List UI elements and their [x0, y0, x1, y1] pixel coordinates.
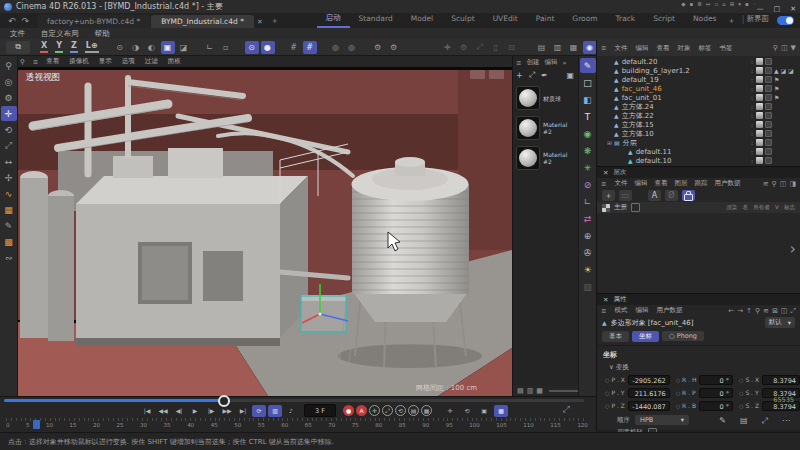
material-item[interactable]: 材质球 [516, 86, 578, 110]
timeline-scale-button[interactable]: ▣ [477, 405, 491, 417]
viewport-canvas[interactable]: 透视视图 网格间距 : 100 cm [18, 56, 512, 396]
add-layout-icon[interactable]: ＋ [725, 15, 741, 28]
solo-column-toggle[interactable]: Ø [665, 190, 678, 201]
tweak-tool[interactable]: ⚙ [1, 90, 17, 105]
key-parameter-toggle[interactable]: ▤ [408, 405, 419, 416]
material-menu-item[interactable]: 创建 [526, 58, 539, 67]
keyframe-dot-icon[interactable]: ○ [605, 403, 609, 409]
scale-tool[interactable]: ⤢ [1, 138, 17, 153]
keyframe-dot-icon[interactable]: ○ [676, 377, 680, 383]
sound-button[interactable]: ♪ [284, 405, 298, 417]
tray-icon[interactable]: ⊞ [730, 1, 735, 7]
measure-icon[interactable]: ∟ [580, 194, 596, 209]
environment-icon[interactable]: ⊕ [580, 228, 596, 243]
object-name[interactable]: default.10 [636, 157, 672, 165]
eyedropper-button[interactable]: ✒ [541, 71, 548, 80]
material-tag[interactable] [756, 94, 763, 101]
material-menu-item[interactable]: 编辑 [544, 58, 557, 67]
uvw-tag[interactable] [765, 76, 772, 83]
close-tab-icon[interactable]: ✕ [255, 18, 269, 28]
uvw-tag[interactable] [765, 58, 772, 65]
viewport-label[interactable]: 透视视图 [26, 72, 60, 82]
object-menu-item[interactable]: 书签 [719, 44, 732, 53]
material-tag[interactable] [756, 76, 763, 83]
viewport-menu-icon[interactable]: ≡ [33, 58, 38, 66]
object-name[interactable]: fac_unit_01 [622, 94, 662, 102]
layer-name[interactable]: 主景 [614, 203, 627, 212]
extra-tags[interactable]: ⚑ [774, 94, 800, 101]
new-panel-button[interactable]: 新界面 [745, 14, 776, 28]
loop-mode-button[interactable]: ⟳ [252, 405, 266, 417]
object-row[interactable]: ⊞ ▤ 分层 : [597, 138, 800, 147]
add-tab-icon[interactable]: ＋ [269, 15, 285, 28]
material-name[interactable]: Material #2 [543, 151, 578, 165]
add-folder-button[interactable]: ▭ [619, 190, 632, 201]
axis-lock-button[interactable]: Z [70, 41, 78, 53]
layout-tab[interactable]: 启动 [317, 11, 350, 28]
keyframe-dot-icon[interactable]: ○ [676, 403, 680, 409]
render-settings-button[interactable]: ◉ [583, 41, 597, 54]
layers-tool-icon[interactable]: ≋ [763, 180, 769, 188]
material-tag[interactable] [756, 148, 763, 155]
object-manager-tool-icon[interactable]: ▼ [791, 44, 796, 52]
keyframe-dot-icon[interactable]: ○ [739, 377, 743, 383]
add-layer-button[interactable]: ＋ [602, 190, 615, 201]
layout-tab[interactable]: Model [402, 12, 443, 28]
layers-menu-icon[interactable]: ≡ [601, 180, 606, 188]
object-menu-item[interactable]: 文件 [614, 44, 627, 53]
axis-modify-tool[interactable]: ✢ [1, 170, 17, 185]
material-tag[interactable] [756, 121, 763, 128]
new-material-button[interactable]: + [516, 71, 523, 80]
key-pla-toggle[interactable]: ▦ [421, 405, 432, 416]
layers-tool-icon[interactable]: ◫ [780, 180, 787, 188]
disabled-add-button[interactable]: ✚ [441, 41, 455, 54]
viewport-menu-item[interactable]: 过滤 [145, 57, 158, 66]
viewport-menu-item[interactable]: 显示 [99, 57, 112, 66]
uvw-tag[interactable] [765, 148, 772, 155]
cube-primitive-icon[interactable]: □ [580, 75, 596, 90]
object-manager-tool-icon[interactable]: ◫ [781, 44, 788, 52]
layers-menu-item[interactable]: 编辑 [634, 179, 647, 188]
transfer-tool[interactable]: ↔ [1, 154, 17, 169]
object-name[interactable]: default.11 [636, 148, 672, 156]
spline-pen-icon[interactable]: ✎ [580, 58, 596, 73]
current-frame-marker[interactable] [33, 420, 40, 429]
object-row[interactable]: ⊞ ▲ fac_unit_46 : ⚑ [597, 84, 800, 93]
symmetry-button[interactable]: ◎ [345, 41, 359, 54]
axis-mode-button[interactable]: ▫ [219, 41, 233, 54]
tool-options-button[interactable]: ⚙ [371, 41, 385, 54]
material-item[interactable]: Material #2 [516, 146, 578, 170]
gouraud-shading-button[interactable]: ▣ [161, 41, 175, 54]
material-tag[interactable] [756, 139, 763, 146]
minimize-button[interactable]: — [757, 5, 764, 13]
viewport-menu-item[interactable]: 查看 [46, 57, 59, 66]
timeline-magnify-button[interactable]: ▩ [494, 405, 508, 417]
live-selection-tool[interactable]: ◎ [1, 74, 17, 89]
isolate-button[interactable]: ◑ [129, 41, 143, 54]
perspective-viewport[interactable]: 透视视图 网格间距 : 100 cm ⚲ ≡ 查看摄像机显示选项过滤面板 [18, 56, 512, 396]
layout-toggle-icon[interactable]: ▤ [517, 387, 524, 395]
attributes-nav-icon[interactable]: ◫ [781, 307, 788, 315]
material-tag[interactable] [756, 103, 763, 110]
timeline-expand-icon[interactable]: ⤢ [563, 404, 570, 415]
uvw-tag[interactable] [765, 85, 772, 92]
layout-tab[interactable]: Paint [527, 12, 564, 28]
object-menu-item[interactable]: 标签 [698, 44, 711, 53]
quantize-button[interactable]: ● [261, 41, 275, 54]
prev-key-button[interactable]: ◀◀ [156, 405, 170, 417]
material-scale-button[interactable]: ⤢ [529, 70, 535, 80]
attribute-footer-icon[interactable]: ✎ [719, 416, 726, 426]
redo-icon[interactable]: ↷ [22, 16, 30, 26]
attribute-tab[interactable]: 坐标 [632, 331, 659, 342]
layout-tab[interactable]: Standard [350, 12, 402, 28]
extra-tags[interactable]: ▲ ◪ ◪ [774, 67, 800, 74]
subdivision-surface-icon[interactable]: ◧ [580, 92, 596, 107]
next-frame-button[interactable]: |▶ [204, 405, 218, 417]
grid-button[interactable]: # [287, 41, 301, 54]
axis-lock-button[interactable]: Y [55, 41, 63, 53]
extra-tags[interactable]: ⚑ [774, 76, 800, 83]
material-more-icon[interactable]: » [562, 59, 566, 67]
object-row[interactable]: ⊞ ▲ default.11 : [597, 147, 800, 156]
uvw-tag[interactable] [765, 103, 772, 110]
tray-icon[interactable]: ↔ [706, 1, 711, 7]
